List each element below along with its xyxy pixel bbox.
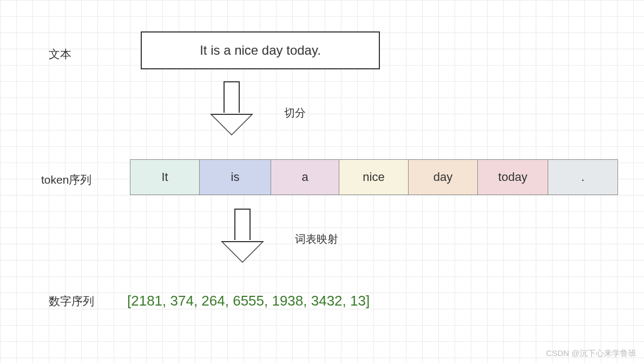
token-cell: a bbox=[271, 160, 339, 195]
arrow-map-icon bbox=[227, 209, 258, 263]
caption-split: 切分 bbox=[284, 106, 306, 120]
token-cell: It bbox=[130, 160, 200, 195]
token-cell: today bbox=[478, 160, 548, 195]
caption-map: 词表映射 bbox=[295, 232, 338, 247]
token-row: Itisanicedaytoday. bbox=[130, 159, 618, 195]
token-cell: day bbox=[409, 160, 478, 195]
label-number-sequence: 数字序列 bbox=[49, 294, 94, 309]
label-token-sequence: token序列 bbox=[41, 172, 91, 187]
arrow-split-icon bbox=[216, 81, 247, 135]
label-text: 文本 bbox=[49, 47, 71, 62]
sentence-box: It is a nice day today. bbox=[141, 31, 380, 69]
token-cell: . bbox=[548, 160, 617, 195]
token-cell: is bbox=[200, 160, 271, 195]
watermark: CSDN @沉下心来学鲁班 bbox=[546, 348, 636, 359]
token-cell: nice bbox=[339, 160, 409, 195]
number-sequence: [2181, 374, 264, 6555, 1938, 3432, 13] bbox=[127, 293, 370, 309]
